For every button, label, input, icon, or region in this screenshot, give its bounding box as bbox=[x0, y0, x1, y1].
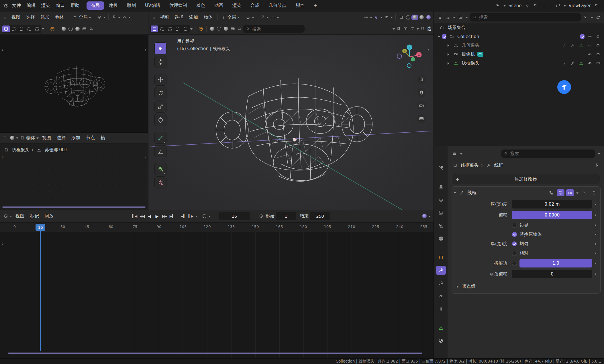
workspace-tab-10[interactable]: 脚本 bbox=[291, 1, 309, 10]
scene-dropdown-caret[interactable] bbox=[503, 5, 506, 8]
menu-file[interactable]: 文件 bbox=[9, 3, 24, 9]
keyframe-dot[interactable] bbox=[592, 204, 599, 205]
preview-menu-select[interactable]: 选择 bbox=[23, 14, 38, 20]
header-grip-icon[interactable] bbox=[436, 14, 443, 21]
shading-solid-icon[interactable] bbox=[411, 15, 418, 20]
workspace-tab-6[interactable]: 动画 bbox=[210, 1, 228, 10]
annotate-tool[interactable] bbox=[155, 132, 166, 143]
visibility-caret[interactable] bbox=[370, 17, 372, 19]
workspace-tab-0[interactable]: 布局 bbox=[87, 1, 104, 10]
outliner-image-icon[interactable] bbox=[457, 14, 464, 21]
menu-edit[interactable]: 编辑 bbox=[24, 3, 38, 9]
display-matcap-icon[interactable] bbox=[222, 25, 229, 32]
prev-keyframe-button[interactable]: ◀◀ bbox=[138, 213, 146, 220]
outliner-search[interactable] bbox=[470, 13, 581, 21]
orientation-label[interactable]: 全局 bbox=[78, 14, 88, 20]
tab-object[interactable] bbox=[436, 253, 446, 262]
select-mode-tweak[interactable] bbox=[151, 25, 158, 32]
vp-menu-view[interactable]: 视图 bbox=[157, 14, 172, 20]
display-half-icon[interactable] bbox=[215, 25, 222, 32]
proportional-caret[interactable] bbox=[277, 17, 279, 19]
select-mode-caret[interactable] bbox=[190, 28, 193, 31]
keyframe-dot[interactable] bbox=[592, 274, 599, 275]
tab-scene[interactable] bbox=[436, 221, 446, 230]
properties-search[interactable] bbox=[501, 149, 595, 158]
render-camera-icon[interactable] bbox=[595, 33, 602, 40]
editor-type-caret[interactable] bbox=[16, 137, 18, 140]
select-mode-lasso[interactable] bbox=[26, 25, 33, 32]
edit-mode-display-icon[interactable] bbox=[547, 189, 555, 196]
hide-eye-icon[interactable] bbox=[586, 42, 593, 49]
offset-slider[interactable]: 0.0000 bbox=[512, 211, 592, 219]
filter-caret[interactable] bbox=[591, 17, 593, 19]
snap-increment-icon[interactable] bbox=[236, 25, 243, 32]
snap-grid-icon[interactable] bbox=[81, 25, 88, 32]
relative-checkbox[interactable] bbox=[512, 251, 517, 256]
shader-mode-caret[interactable] bbox=[36, 137, 39, 140]
jump-to-start-button[interactable]: ▍◀ bbox=[131, 213, 138, 220]
viewport-search[interactable] bbox=[243, 25, 305, 33]
link-icon[interactable] bbox=[560, 42, 567, 49]
panel-expand-arrow[interactable] bbox=[454, 192, 456, 195]
scene-icon[interactable] bbox=[495, 2, 501, 9]
workspace-tab-5[interactable]: 着色 bbox=[192, 1, 209, 10]
editor-type-icon[interactable] bbox=[9, 135, 15, 141]
snap-caret[interactable] bbox=[118, 17, 120, 19]
current-frame-field[interactable]: 16 bbox=[219, 212, 250, 220]
orientation-icon[interactable] bbox=[71, 14, 78, 21]
outliner-row-camera[interactable]: 摄像机 bbox=[434, 50, 604, 59]
camera-data-badge[interactable] bbox=[477, 52, 483, 57]
step-forward-button[interactable]: ▍▶ bbox=[187, 213, 195, 220]
zoom-widget[interactable] bbox=[417, 75, 426, 84]
even-thickness-checkbox[interactable] bbox=[512, 241, 517, 246]
node-editor-canvas[interactable]: 线框猴头 › 苏珊娜.001 › ‹ bbox=[0, 143, 148, 210]
viewlayer-icon[interactable] bbox=[555, 2, 562, 9]
pivot-caret[interactable] bbox=[103, 17, 106, 19]
current-frame-marker[interactable]: 16 bbox=[36, 224, 45, 231]
tab-modifiers[interactable] bbox=[436, 266, 446, 275]
timeline-menu-marker[interactable]: 标记 bbox=[27, 213, 42, 219]
tab-material[interactable] bbox=[436, 336, 446, 345]
replace-original-checkbox[interactable] bbox=[512, 232, 517, 237]
editor-type-icon[interactable] bbox=[2, 213, 9, 220]
node-menu-select[interactable]: 选择 bbox=[54, 135, 68, 141]
editor-type-caret[interactable] bbox=[460, 153, 462, 156]
tab-tool[interactable] bbox=[436, 164, 446, 173]
rotate-tool[interactable] bbox=[155, 87, 166, 99]
display-half-icon[interactable] bbox=[67, 25, 74, 32]
breadcrumb-object[interactable]: 线框猴头 bbox=[12, 147, 29, 153]
select-mode-caret[interactable] bbox=[42, 28, 44, 31]
proportional-edit-icon[interactable] bbox=[121, 14, 128, 21]
workspace-tab-3[interactable]: UV编辑 bbox=[141, 1, 164, 10]
workspace-tab-2[interactable]: 雕刻 bbox=[123, 1, 140, 10]
workspace-tab-8[interactable]: 合成 bbox=[246, 1, 264, 10]
filter-funnel-icon[interactable] bbox=[582, 14, 589, 21]
shading-rendered-icon[interactable] bbox=[425, 14, 432, 21]
vertex-group-section[interactable]: 顶点组 bbox=[451, 281, 600, 292]
node-editor-hscrollbar[interactable] bbox=[2, 206, 146, 208]
new-viewlayer-icon[interactable] bbox=[593, 2, 600, 9]
camera-view-widget[interactable] bbox=[417, 101, 426, 110]
viewlayer-dropdown-caret[interactable] bbox=[564, 5, 566, 8]
expand-arrow[interactable] bbox=[448, 44, 451, 47]
select-mode-box[interactable] bbox=[158, 25, 166, 32]
viewlayer-name[interactable]: ViewLayer bbox=[569, 3, 591, 8]
vp-menu-object[interactable]: 物体 bbox=[201, 14, 215, 20]
tab-view-layer[interactable] bbox=[436, 208, 446, 217]
select-box-tool[interactable] bbox=[155, 43, 166, 54]
relative-label[interactable]: 相对 bbox=[519, 250, 528, 256]
object-label[interactable]: 摄像机 bbox=[462, 51, 475, 57]
select-mode-paint[interactable] bbox=[33, 25, 41, 32]
unlink-scene-icon[interactable] bbox=[541, 2, 548, 9]
scale-tool[interactable] bbox=[155, 101, 166, 112]
next-keyframe-button[interactable]: ▶▶ bbox=[161, 213, 168, 220]
link-icon[interactable] bbox=[560, 60, 567, 67]
keyframe-dot[interactable] bbox=[592, 243, 599, 245]
duplicate-tool[interactable] bbox=[155, 177, 166, 188]
collapse-chevron[interactable]: ‹ bbox=[144, 47, 146, 52]
mesh-data-icon[interactable] bbox=[578, 42, 585, 49]
ortho-toggle-widget[interactable] bbox=[417, 114, 426, 123]
select-mode-lasso[interactable] bbox=[174, 25, 181, 32]
breadcrumb-modifier[interactable]: 线框 bbox=[494, 162, 503, 168]
overlays-icon[interactable] bbox=[383, 14, 390, 21]
